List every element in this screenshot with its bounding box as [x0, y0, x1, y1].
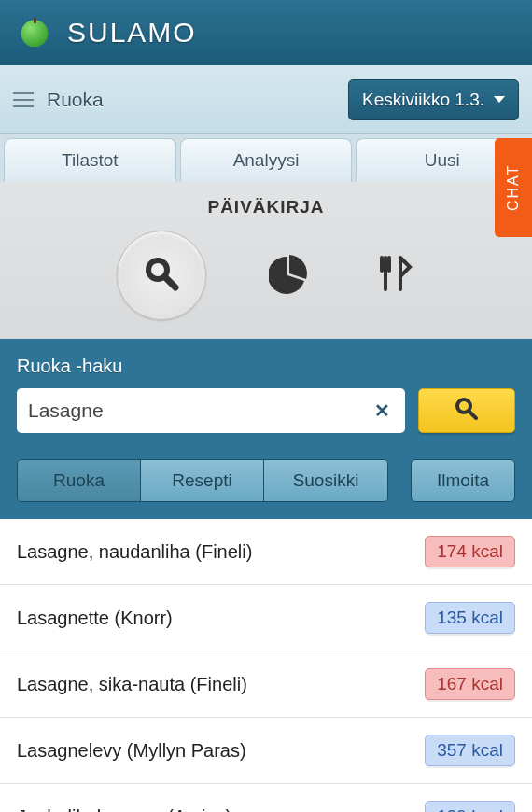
- search-icon: [142, 254, 181, 297]
- tab-tilastot[interactable]: Tilastot: [4, 138, 176, 182]
- clear-icon[interactable]: ✕: [371, 399, 394, 422]
- kcal-badge: 135 kcal: [425, 602, 515, 634]
- utensils-icon: [372, 252, 415, 299]
- menu-button[interactable]: Ruoka: [13, 89, 104, 111]
- date-picker-button[interactable]: Keskiviikko 1.3.: [348, 79, 519, 120]
- diary-title: PÄIVÄKIRJA: [0, 197, 532, 217]
- svg-line-6: [469, 412, 476, 418]
- kcal-badge: 174 kcal: [425, 536, 515, 567]
- diary-chart-button[interactable]: [268, 254, 311, 297]
- search-row: ✕: [17, 388, 515, 433]
- search-input-wrap: ✕: [17, 388, 405, 433]
- filter-segment: Ruoka Resepti Suosikki: [17, 459, 388, 502]
- filter-row: Ruoka Resepti Suosikki Ilmoita: [17, 459, 515, 502]
- result-name: Jauhelihalasagne (Amica): [17, 806, 231, 813]
- search-icon: [454, 396, 480, 426]
- filter-suosikki[interactable]: Suosikki: [264, 460, 387, 501]
- result-name: Lasagnette (Knorr): [17, 608, 173, 629]
- app-header: SULAMO: [0, 0, 532, 65]
- svg-point-1: [21, 21, 49, 47]
- search-input[interactable]: [28, 399, 371, 422]
- result-name: Lasagne, sika-nauta (Fineli): [17, 674, 247, 695]
- search-button[interactable]: [418, 388, 515, 433]
- diary-meal-button[interactable]: [372, 254, 415, 297]
- svg-line-4: [165, 277, 175, 287]
- tab-analyysi[interactable]: Analyysi: [180, 138, 353, 182]
- sub-header: Ruoka Keskiviikko 1.3.: [0, 65, 532, 134]
- diary-section: PÄIVÄKIRJA: [0, 182, 532, 339]
- report-button[interactable]: Ilmoita: [411, 459, 515, 502]
- pie-chart-icon: [269, 253, 310, 298]
- result-item[interactable]: Jauhelihalasagne (Amica)139 kcal: [0, 784, 532, 812]
- diary-icons: [0, 231, 532, 320]
- main-tabs: Tilastot Analyysi Uusi: [0, 134, 532, 182]
- kcal-badge: 167 kcal: [425, 668, 515, 700]
- chevron-down-icon: [494, 96, 505, 103]
- filter-resepti[interactable]: Resepti: [141, 460, 264, 501]
- result-item[interactable]: Lasagne, naudanliha (Fineli)174 kcal: [0, 519, 532, 585]
- result-name: Lasagnelevy (Myllyn Paras): [17, 740, 246, 762]
- results-list: Lasagne, naudanliha (Fineli)174 kcalLasa…: [0, 519, 532, 812]
- result-name: Lasagne, naudanliha (Fineli): [17, 541, 252, 563]
- hamburger-icon: [13, 92, 34, 107]
- page-label: Ruoka: [47, 89, 104, 111]
- date-label: Keskiviikko 1.3.: [362, 90, 484, 110]
- kcal-badge: 357 kcal: [425, 735, 515, 766]
- result-item[interactable]: Lasagnette (Knorr)135 kcal: [0, 585, 532, 651]
- filter-ruoka[interactable]: Ruoka: [18, 460, 141, 501]
- search-label: Ruoka -haku: [17, 356, 515, 377]
- apple-icon: [17, 13, 52, 52]
- svg-rect-2: [34, 18, 36, 24]
- diary-search-button[interactable]: [117, 231, 206, 320]
- chat-tab[interactable]: CHAT: [495, 138, 532, 237]
- search-section: Ruoka -haku ✕ Ruoka Resepti Suosikki Ilm…: [0, 339, 532, 519]
- result-item[interactable]: Lasagnelevy (Myllyn Paras)357 kcal: [0, 718, 532, 784]
- kcal-badge: 139 kcal: [425, 801, 515, 812]
- result-item[interactable]: Lasagne, sika-nauta (Fineli)167 kcal: [0, 651, 532, 718]
- app-title: SULAMO: [67, 17, 197, 49]
